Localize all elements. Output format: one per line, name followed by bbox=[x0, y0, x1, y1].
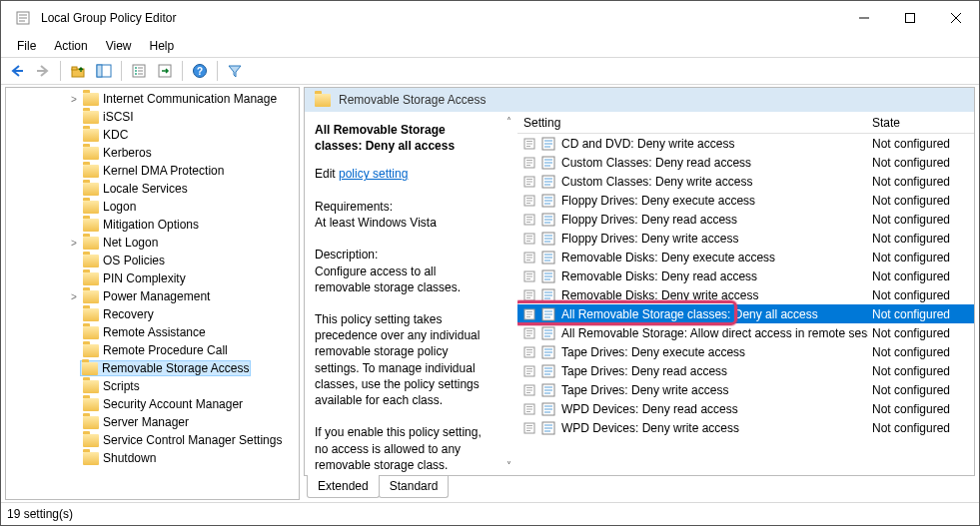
tree-item[interactable]: >Net Logon bbox=[6, 234, 299, 252]
folder-icon bbox=[83, 308, 99, 321]
tree-item[interactable]: >Mitigation Options bbox=[6, 216, 299, 234]
tree-item-label: OS Policies bbox=[103, 254, 165, 267]
tree-item-label: Remote Procedure Call bbox=[103, 343, 228, 357]
tab-extended[interactable]: Extended bbox=[307, 475, 380, 498]
row-lead-icon bbox=[523, 270, 535, 282]
settings-row[interactable]: CD and DVD: Deny write accessNot configu… bbox=[517, 134, 974, 153]
up-level-button[interactable] bbox=[66, 59, 90, 83]
settings-row[interactable]: Floppy Drives: Deny write accessNot conf… bbox=[517, 229, 974, 248]
setting-name: Tape Drives: Deny write access bbox=[561, 383, 728, 397]
scroll-down-icon[interactable]: ˅ bbox=[506, 460, 511, 471]
tree-item[interactable]: >Removable Storage Access bbox=[6, 359, 299, 377]
settings-list-header[interactable]: Setting State bbox=[517, 112, 974, 134]
tab-standard[interactable]: Standard bbox=[379, 476, 450, 498]
menu-view[interactable]: View bbox=[98, 37, 140, 55]
tree-item[interactable]: >PIN Complexity bbox=[6, 269, 299, 287]
tree-item[interactable]: >Kerberos bbox=[6, 144, 299, 162]
tree-item[interactable]: >Internet Communication Manage bbox=[6, 90, 299, 108]
show-hide-tree-button[interactable] bbox=[92, 59, 116, 83]
setting-state: Not configured bbox=[868, 175, 968, 189]
policy-icon bbox=[541, 137, 555, 151]
tree-item[interactable]: >Security Account Manager bbox=[6, 395, 299, 413]
menu-file[interactable]: File bbox=[9, 37, 44, 55]
help-button[interactable]: ? bbox=[188, 59, 212, 83]
tree-item[interactable]: >Shutdown bbox=[6, 449, 299, 467]
setting-name: CD and DVD: Deny write access bbox=[561, 137, 734, 151]
export-button[interactable] bbox=[153, 59, 177, 83]
tree-item-label: Recovery bbox=[103, 307, 154, 321]
settings-row[interactable]: Floppy Drives: Deny execute accessNot co… bbox=[517, 191, 974, 210]
forward-button[interactable] bbox=[31, 59, 55, 83]
tree-item[interactable]: >OS Policies bbox=[6, 252, 299, 269]
settings-row[interactable]: Tape Drives: Deny execute accessNot conf… bbox=[517, 342, 974, 361]
setting-state: Not configured bbox=[868, 251, 968, 264]
expand-caret-icon[interactable]: > bbox=[68, 291, 80, 302]
tree-item[interactable]: >KDC bbox=[6, 126, 299, 144]
settings-row[interactable]: Custom Classes: Deny read accessNot conf… bbox=[517, 153, 974, 172]
settings-row[interactable]: Tape Drives: Deny read accessNot configu… bbox=[517, 361, 974, 380]
settings-row[interactable]: Tape Drives: Deny write accessNot config… bbox=[517, 380, 974, 399]
tree-item[interactable]: >Power Management bbox=[6, 287, 299, 305]
settings-row[interactable]: All Removable Storage: Allow direct acce… bbox=[517, 323, 974, 342]
folder-icon bbox=[83, 398, 99, 411]
titlebar: Local Group Policy Editor bbox=[1, 1, 979, 35]
settings-row[interactable]: Removable Disks: Deny execute accessNot … bbox=[517, 248, 974, 266]
settings-row[interactable]: Removable Disks: Deny write accessNot co… bbox=[517, 285, 974, 304]
tree-item[interactable]: >Remote Procedure Call bbox=[6, 341, 299, 359]
minimize-button[interactable] bbox=[841, 1, 887, 35]
tree-item[interactable]: >Kernel DMA Protection bbox=[6, 162, 299, 180]
expand-caret-icon[interactable]: > bbox=[68, 94, 80, 105]
filter-button[interactable] bbox=[223, 59, 247, 83]
tree-item[interactable]: >Remote Assistance bbox=[6, 323, 299, 341]
maximize-button[interactable] bbox=[887, 1, 933, 35]
menu-action[interactable]: Action bbox=[46, 37, 95, 55]
setting-name: Floppy Drives: Deny execute access bbox=[561, 194, 755, 208]
settings-row[interactable]: Floppy Drives: Deny read accessNot confi… bbox=[517, 210, 974, 229]
tree-item-label: Service Control Manager Settings bbox=[103, 433, 282, 447]
svg-rect-11 bbox=[72, 67, 77, 70]
settings-row[interactable]: All Removable Storage classes: Deny all … bbox=[517, 304, 974, 323]
column-header-state[interactable]: State bbox=[868, 116, 968, 130]
tree-item[interactable]: >iSCSI bbox=[6, 108, 299, 126]
settings-list-body[interactable]: CD and DVD: Deny write accessNot configu… bbox=[517, 134, 974, 475]
settings-row[interactable]: WPD Devices: Deny read accessNot configu… bbox=[517, 399, 974, 418]
policy-icon bbox=[541, 364, 555, 378]
window-root: Local Group Policy Editor File Action Vi… bbox=[0, 0, 980, 526]
folder-icon bbox=[83, 380, 99, 393]
folder-icon bbox=[83, 219, 99, 232]
tree-item[interactable]: >Server Manager bbox=[6, 413, 299, 431]
expand-caret-icon[interactable]: > bbox=[68, 238, 80, 249]
row-lead-icon bbox=[523, 308, 535, 320]
edit-policy-link[interactable]: policy setting bbox=[339, 167, 408, 181]
settings-row[interactable]: WPD Devices: Deny write accessNot config… bbox=[517, 418, 974, 437]
settings-row[interactable]: Removable Disks: Deny read accessNot con… bbox=[517, 266, 974, 285]
column-header-setting[interactable]: Setting bbox=[517, 116, 868, 130]
right-panel: Removable Storage Access All Removable S… bbox=[304, 87, 975, 500]
tree-panel[interactable]: >Internet Communication Manage>iSCSI>KDC… bbox=[5, 87, 300, 500]
tree-item[interactable]: >Scripts bbox=[6, 377, 299, 395]
tree-item[interactable]: >Locale Services bbox=[6, 180, 299, 198]
edit-line: Edit policy setting bbox=[315, 166, 491, 182]
tree-item[interactable]: >Logon bbox=[6, 198, 299, 216]
policy-icon bbox=[541, 175, 555, 189]
row-lead-icon bbox=[523, 195, 535, 207]
folder-icon bbox=[83, 326, 99, 339]
folder-icon bbox=[83, 434, 99, 447]
folder-icon bbox=[83, 272, 99, 285]
setting-name: WPD Devices: Deny write access bbox=[561, 421, 739, 435]
settings-row[interactable]: Custom Classes: Deny write accessNot con… bbox=[517, 172, 974, 191]
setting-state: Not configured bbox=[868, 383, 968, 397]
back-button[interactable] bbox=[5, 59, 29, 83]
policy-icon bbox=[541, 232, 555, 246]
close-button[interactable] bbox=[933, 1, 979, 35]
description-scrollbar[interactable]: ˄ ˅ bbox=[499, 112, 517, 475]
scroll-up-icon[interactable]: ˄ bbox=[506, 116, 511, 127]
tree-item[interactable]: >Service Control Manager Settings bbox=[6, 431, 299, 449]
tree-item-label: Power Management bbox=[103, 289, 210, 303]
tree-item-label: iSCSI bbox=[103, 110, 134, 124]
tree-item[interactable]: >Recovery bbox=[6, 305, 299, 323]
properties-button[interactable] bbox=[127, 59, 151, 83]
menu-help[interactable]: Help bbox=[142, 37, 183, 55]
right-frame: Removable Storage Access All Removable S… bbox=[304, 87, 975, 476]
setting-state: Not configured bbox=[868, 364, 968, 378]
